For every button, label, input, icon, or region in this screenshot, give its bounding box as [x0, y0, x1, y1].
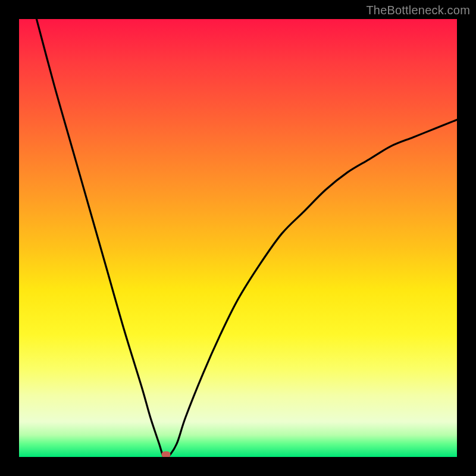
chart-frame: TheBottleneck.com: [0, 0, 476, 476]
optimum-marker: [161, 452, 170, 457]
gradient-background: [19, 19, 457, 457]
attribution-text: TheBottleneck.com: [366, 4, 470, 17]
plot-area: [19, 19, 457, 457]
